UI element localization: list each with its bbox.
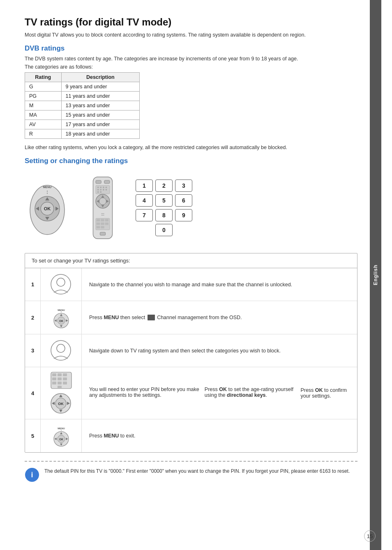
table-cell-rating: AV [25,120,62,129]
num-btn-0: 0 [155,224,173,236]
svg-rect-58 [63,373,67,376]
table-cell-description: 17 years and under [61,120,139,129]
svg-point-16 [103,186,104,188]
step-num-5: 5 [25,419,41,452]
page-number: 15 [364,530,376,542]
svg-text:MENU: MENU [58,309,65,311]
remote-full [86,175,119,241]
step-row-3: 3 Navigate down to TV rating system and … [25,334,357,367]
side-tab-label: English [373,265,378,285]
ratings-table: Rating Description G9 years and underPG1… [25,72,140,139]
num-btn-2: 2 [155,179,173,192]
note-box: i The default PIN for this TV is "0000."… [25,461,357,482]
svg-rect-34 [101,219,104,221]
svg-text:MENU: MENU [43,186,52,189]
svg-point-53 [51,341,71,360]
svg-rect-35 [105,219,108,221]
table-cell-rating: R [25,129,62,139]
table-row: M13 years and under [25,101,140,110]
table-cell-description: 13 years and under [61,101,139,110]
svg-rect-40 [101,226,104,228]
table-row: MA15 years and under [25,110,140,120]
svg-text:OK: OK [59,320,63,322]
step-row-4: 4 [25,367,357,419]
table-cell-rating: PG [25,92,62,101]
table-cell-description: 15 years and under [61,110,139,120]
setting-section-title: Setting or changing the ratings [25,157,357,165]
svg-text:i: i [31,471,33,479]
dvb-section-title: DVB ratings [25,44,357,53]
step-row-5: 5 MENU OK Press MENU to ex [25,419,357,452]
intro-text: Most digital TV allows you to block cont… [25,32,357,38]
svg-point-25 [99,198,106,205]
step-icon-1 [41,268,82,301]
page-title: TV ratings (for digital TV mode) [25,16,357,28]
num-btn-9: 9 [175,209,192,221]
svg-rect-60 [58,377,62,380]
num-btn-1: 1 [136,179,153,192]
note-text: The default PIN for this TV is "0000." F… [44,467,350,475]
svg-rect-37 [101,223,104,225]
table-cell-description: 18 years and under [61,129,139,139]
step-icon-3 [41,334,82,367]
numpad: 1234567890 [136,179,192,236]
step-icon-4: OK [41,367,82,419]
step-text-2: Press MENU then select Channel managemen… [82,301,357,334]
table-cell-rating: M [25,101,62,110]
step-num-2: 2 [25,301,41,334]
svg-rect-41 [100,232,105,235]
svg-rect-36 [97,223,100,225]
num-btn-7: 7 [136,209,153,221]
channel-icon-inline [148,315,155,320]
svg-rect-57 [58,373,62,376]
like-other-text: Like other rating systems, when you lock… [25,145,357,150]
svg-point-19 [100,189,101,191]
side-tab: English [370,0,381,550]
num-btn-8: 8 [155,209,173,221]
step-text-3: Navigate down to TV rating system and th… [82,334,357,367]
svg-point-22 [97,191,99,193]
svg-text:OK: OK [44,206,51,211]
remote-diagram: MENU OK [25,171,357,245]
svg-point-42 [51,274,71,294]
dvb-desc2: The categories are as follows: [25,64,357,70]
svg-text:MENU: MENU [58,427,65,430]
svg-point-43 [57,278,65,286]
step-row-2: 2 MENU OK Press MENU then [25,301,357,334]
steps-table: To set or change your TV ratings setting… [25,253,357,453]
svg-rect-62 [52,382,56,384]
num-btn-5: 5 [155,194,173,207]
step-icon-2: MENU OK [41,301,82,334]
num-btn-4: 4 [136,194,153,207]
step-num-3: 3 [25,334,41,367]
svg-point-23 [100,191,101,193]
step-row-1: 1 Navigate to the channel you wish to ma… [25,268,357,301]
step-num-4: 4 [25,367,41,419]
table-row: PG11 years and under [25,92,140,101]
svg-point-20 [103,189,104,191]
step-text-1: Navigate to the channel you wish to mana… [82,268,357,301]
svg-text:OK: OK [58,402,64,406]
svg-rect-65 [58,386,62,389]
table-header-rating: Rating [25,73,62,82]
svg-point-17 [106,186,107,188]
table-header-description: Description [61,73,139,82]
svg-rect-39 [97,226,100,228]
svg-rect-12 [104,180,110,184]
dvb-desc1: The DVB system rates content by age. The… [25,56,357,62]
svg-rect-63 [58,382,62,384]
svg-text:OK: OK [59,438,63,441]
note-icon: i [25,467,39,482]
svg-rect-61 [63,377,67,380]
step-num-1: 1 [25,268,41,301]
step-icon-5: MENU OK [41,419,82,452]
svg-rect-64 [63,382,67,384]
steps-header: To set or change your TV ratings setting… [25,253,357,268]
step-text-4: You will need to enter your PIN before y… [82,367,357,419]
svg-point-54 [57,344,65,352]
table-cell-description: 9 years and under [61,82,139,92]
table-cell-rating: MA [25,110,62,120]
num-btn-3: 3 [175,179,192,192]
svg-rect-59 [52,377,56,380]
table-row: AV17 years and under [25,120,140,129]
